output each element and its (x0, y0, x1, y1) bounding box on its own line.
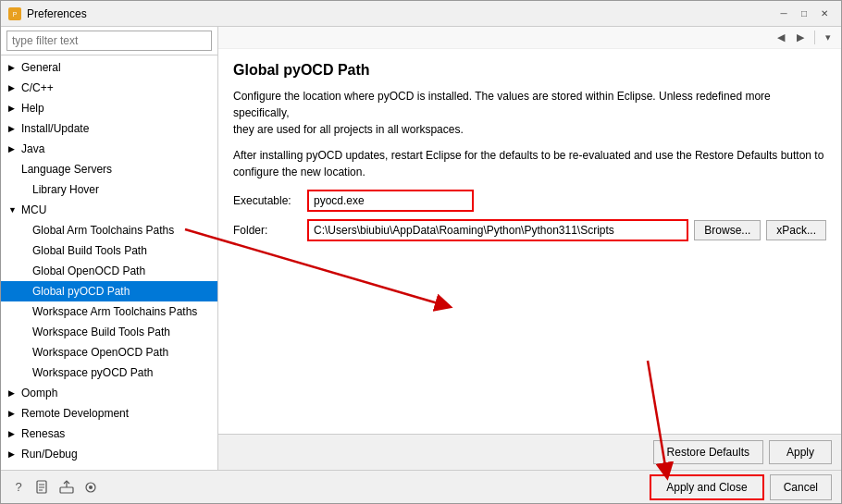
app-icon: P (8, 7, 21, 20)
maximize-button[interactable]: □ (795, 6, 813, 21)
desc1: Configure the location where pyOCD is in… (233, 90, 771, 119)
folder-label: Folder: (233, 224, 307, 237)
tree-item-run-debug[interactable]: ▶Run/Debug (1, 444, 217, 464)
tree-item-label-global-openocd: Global OpenOCD Path (32, 263, 145, 279)
desc-line2: After installing pyOCD updates, restart … (233, 147, 826, 180)
tree-item-workspace-pyocd[interactable]: Workspace pyOCD Path (1, 363, 217, 383)
tree-item-language-servers[interactable]: Language Servers (1, 159, 217, 179)
tree-item-oomph[interactable]: ▶Oomph (1, 383, 217, 403)
titlebar-left: P Preferences (8, 7, 87, 20)
export-icon[interactable] (58, 479, 75, 496)
titlebar-controls: ─ □ ✕ (774, 6, 834, 21)
chevron-icon-run-debug: ▶ (8, 446, 19, 462)
tree-item-label-remote-development: Remote Development (21, 405, 129, 422)
minimize-button[interactable]: ─ (774, 6, 793, 21)
chevron-icon-help: ▶ (8, 100, 19, 117)
left-panel: ▶General▶C/C++▶Help▶Install/Update▶JavaL… (1, 27, 218, 470)
close-button[interactable]: ✕ (815, 6, 834, 21)
footer-buttons: Apply and Close Cancel (650, 474, 832, 500)
restore-defaults-button[interactable]: Restore Defaults (653, 440, 763, 464)
tree-item-label-workspace-openocd: Workspace OpenOCD Path (32, 344, 168, 361)
tree-item-label-global-arm-toolchains: Global Arm Toolchains Paths (32, 222, 174, 239)
chevron-icon-cpp: ▶ (8, 80, 19, 96)
right-panel: ◀ ▶ ▾ Global pyOCD Path Configure the lo… (218, 27, 841, 470)
cancel-button[interactable]: Cancel (770, 474, 832, 500)
chevron-icon-install-update: ▶ (8, 120, 19, 137)
tree-item-label-global-pyocd: Global pyOCD Path (32, 283, 130, 300)
tree-item-label-install-update: Install/Update (21, 120, 89, 137)
tree-item-global-openocd[interactable]: Global OpenOCD Path (1, 261, 217, 281)
tree-item-help[interactable]: ▶Help (1, 98, 217, 118)
browse-button[interactable]: Browse... (694, 220, 761, 240)
forward-button[interactable]: ▶ (792, 29, 809, 46)
settings-icon[interactable] (82, 479, 99, 496)
desc4: After installing pyOCD updates, restart … (233, 149, 823, 162)
tree-item-label-cpp: C/C++ (21, 80, 54, 96)
right-toolbar: ◀ ▶ ▾ (218, 27, 841, 49)
chevron-icon-general: ▶ (8, 59, 19, 76)
executable-label: Executable: (233, 194, 307, 207)
svg-rect-6 (60, 487, 73, 493)
search-box (1, 27, 217, 55)
tree-item-workspace-openocd[interactable]: Workspace OpenOCD Path (1, 342, 217, 363)
folder-input[interactable] (307, 219, 688, 241)
tree-item-label-java: Java (21, 141, 44, 157)
right-body: Global pyOCD Path Configure the location… (218, 49, 841, 434)
tree-item-remote-development[interactable]: ▶Remote Development (1, 403, 217, 424)
tree-item-label-general: General (21, 59, 61, 76)
tree-item-label-run-debug: Run/Debug (21, 446, 78, 462)
preferences-window: P Preferences ─ □ ✕ ▶General▶C/C++▶Help▶… (0, 0, 842, 504)
tree-item-cpp[interactable]: ▶C/C++ (1, 78, 217, 98)
window-title: Preferences (27, 7, 87, 20)
tree-item-label-mcu: MCU (21, 202, 46, 218)
tree-item-general[interactable]: ▶General (1, 57, 217, 78)
tree-item-global-build-tools[interactable]: Global Build Tools Path (1, 240, 217, 261)
apply-and-close-button[interactable]: Apply and Close (650, 474, 763, 500)
footer: ? Apply and Close Cancel (1, 470, 841, 503)
tree-item-label-library-hover: Library Hover (32, 181, 99, 198)
tree-item-library-hover[interactable]: Library Hover (1, 179, 217, 200)
search-input[interactable] (6, 31, 212, 51)
tree-item-install-update[interactable]: ▶Install/Update (1, 118, 217, 139)
bottom-buttons: Restore Defaults Apply (218, 434, 841, 470)
tree-item-java[interactable]: ▶Java (1, 139, 217, 159)
chevron-icon-java: ▶ (8, 141, 19, 157)
footer-icons: ? (10, 479, 99, 496)
main-content: ▶General▶C/C++▶Help▶Install/Update▶JavaL… (1, 27, 841, 470)
tree-item-label-workspace-pyocd: Workspace pyOCD Path (32, 364, 154, 381)
svg-text:P: P (13, 11, 18, 18)
svg-point-8 (89, 486, 93, 489)
desc5: configure the new location. (233, 166, 365, 178)
xpack-button[interactable]: xPack... (766, 220, 826, 240)
desc-line1: Configure the location where pyOCD is in… (233, 88, 826, 138)
menu-button[interactable]: ▾ (821, 29, 836, 46)
help-icon[interactable]: ? (10, 479, 27, 496)
tree-item-workspace-arm-toolchains[interactable]: Workspace Arm Toolchains Paths (1, 301, 217, 322)
chevron-icon-mcu: ▼ (8, 202, 19, 218)
tree-item-label-workspace-build-tools: Workspace Build Tools Path (32, 324, 170, 340)
executable-row: Executable: (233, 190, 826, 212)
chevron-icon-renesas: ▶ (8, 425, 19, 442)
tree-item-label-renesas: Renesas (21, 425, 65, 442)
tree-item-label-oomph: Oomph (21, 385, 57, 401)
folder-row: Folder: Browse... xPack... (233, 219, 826, 241)
tree-item-label-language-servers: Language Servers (21, 161, 112, 178)
desc2: they are used for all projects in all wo… (233, 123, 464, 136)
tree-item-mcu[interactable]: ▼MCU (1, 200, 217, 220)
chevron-icon-remote-development: ▶ (8, 405, 19, 422)
apply-button[interactable]: Apply (769, 440, 832, 464)
executable-input[interactable] (307, 190, 474, 212)
toolbar-separator (814, 31, 815, 44)
tree-item-label-workspace-arm-toolchains: Workspace Arm Toolchains Paths (32, 303, 197, 320)
back-button[interactable]: ◀ (773, 29, 789, 46)
titlebar: P Preferences ─ □ ✕ (1, 1, 841, 27)
document-icon[interactable] (34, 479, 51, 496)
tree-item-renesas[interactable]: ▶Renesas (1, 424, 217, 444)
tree-item-global-arm-toolchains[interactable]: Global Arm Toolchains Paths (1, 220, 217, 240)
tree-item-workspace-build-tools[interactable]: Workspace Build Tools Path (1, 322, 217, 342)
tree-item-label-help: Help (21, 100, 44, 117)
tree-item-global-pyocd[interactable]: Global pyOCD Path (1, 281, 217, 301)
tree-item-label-global-build-tools: Global Build Tools Path (32, 242, 147, 259)
chevron-icon-oomph: ▶ (8, 385, 19, 401)
tree-area: ▶General▶C/C++▶Help▶Install/Update▶JavaL… (1, 55, 217, 470)
